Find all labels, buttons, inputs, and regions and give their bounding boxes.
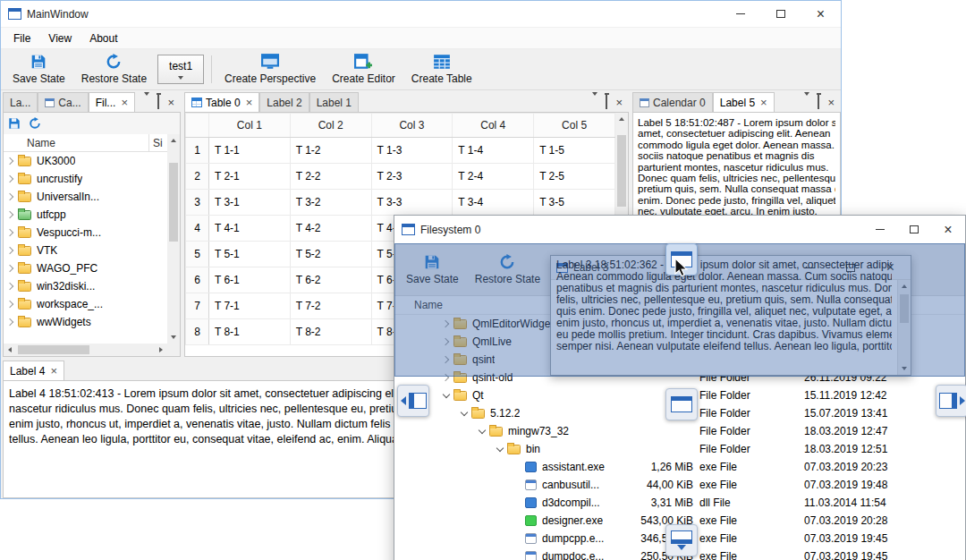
name-column-header[interactable]: Name <box>4 134 149 151</box>
row-number[interactable]: 7 <box>186 293 209 319</box>
scrollbar-thumb[interactable] <box>18 345 89 354</box>
menu-item-view[interactable]: View <box>39 28 80 48</box>
column-header[interactable]: Col 1 <box>208 114 290 138</box>
maximize-button[interactable] <box>760 1 801 27</box>
chevron-right-icon[interactable] <box>4 194 18 199</box>
size-column-header[interactable]: Si <box>149 137 167 149</box>
tree-item[interactable]: WAGO_PFC <box>4 259 167 277</box>
filesystem-titlebar[interactable]: Filesystem 0 × <box>394 216 965 244</box>
row-number[interactable]: 4 <box>186 216 209 242</box>
tree-item[interactable]: Vespucci-m... <box>4 224 167 242</box>
tab-list-menu-button[interactable] <box>592 96 597 108</box>
table-cell[interactable]: T 7-2 <box>290 293 371 319</box>
table-cell[interactable]: T 8-1 <box>208 319 290 345</box>
chevron-icon[interactable] <box>439 394 453 397</box>
tab-close-icon[interactable]: × <box>121 96 128 109</box>
left-dock-tab-2[interactable]: Fil...× <box>89 92 135 112</box>
table-cell[interactable]: T 1-5 <box>534 138 615 164</box>
tree-item[interactable]: VTK <box>4 242 167 259</box>
column-header[interactable]: Col 2 <box>290 114 371 138</box>
tab-close-icon[interactable]: × <box>246 96 253 109</box>
table-cell[interactable]: T 5-2 <box>290 242 371 267</box>
table-cell[interactable]: T 6-2 <box>290 267 371 293</box>
table-cell[interactable]: T 4-2 <box>290 216 371 242</box>
table-cell[interactable]: T 3-3 <box>371 190 453 216</box>
restore-state-button[interactable]: Restore State <box>73 51 155 88</box>
table-cell[interactable]: T 7-1 <box>208 293 290 319</box>
tree-item[interactable]: utfcpp <box>4 206 167 224</box>
row-number[interactable]: 3 <box>186 190 209 216</box>
close-dock-button[interactable]: × <box>827 97 835 108</box>
horizontal-scrollbar[interactable] <box>4 344 167 356</box>
chevron-right-icon[interactable] <box>4 248 18 253</box>
tree-item[interactable]: workspace_... <box>4 295 167 313</box>
close-button[interactable]: × <box>801 1 841 27</box>
table-cell[interactable]: T 2-1 <box>208 164 290 190</box>
undock-button[interactable] <box>157 96 159 108</box>
drop-indicator-bottom[interactable] <box>665 524 698 556</box>
row-number[interactable]: 5 <box>186 242 209 267</box>
drop-indicator-left[interactable] <box>397 385 429 417</box>
close-dock-button[interactable]: × <box>615 97 623 108</box>
table-cell[interactable]: T 1-3 <box>371 138 453 164</box>
table-cell[interactable]: T 4-1 <box>208 216 290 242</box>
table-cell[interactable]: T 3-2 <box>290 190 371 216</box>
tree-item[interactable]: win32diski... <box>4 277 167 295</box>
maximize-button[interactable] <box>897 216 931 243</box>
create-editor-button[interactable]: Create Editor <box>324 51 403 88</box>
tab-list-menu-button[interactable] <box>144 96 149 108</box>
scroll-up-button[interactable] <box>167 134 180 147</box>
chevron-icon[interactable] <box>475 429 489 433</box>
file-row[interactable]: binFile Folder18.03.2019 12:51 <box>394 440 965 458</box>
create-perspective-button[interactable]: Create Perspective <box>216 51 324 88</box>
table-cell[interactable]: T 2-2 <box>290 164 371 190</box>
tree-column-headers[interactable]: Name Si <box>4 134 167 152</box>
chevron-right-icon[interactable] <box>4 284 18 289</box>
close-button[interactable]: × <box>931 216 965 243</box>
scroll-left-button[interactable] <box>4 344 16 356</box>
create-table-button[interactable]: Create Table <box>403 51 480 88</box>
chevron-icon[interactable] <box>493 447 507 451</box>
scroll-up-button[interactable] <box>615 113 628 125</box>
table-cell[interactable]: T 1-2 <box>290 138 371 164</box>
column-header[interactable]: Col 3 <box>371 114 453 138</box>
file-row[interactable]: d3dcompil...3,31 MiBdll File11.03.2014 1… <box>394 494 965 512</box>
table-cell[interactable]: T 3-4 <box>453 190 534 216</box>
center-dock-tab-1[interactable]: Label 2 <box>259 92 309 112</box>
table-cell[interactable]: T 1-4 <box>453 138 534 164</box>
scrollbar-thumb[interactable] <box>617 135 626 207</box>
column-header[interactable]: Col 5 <box>534 114 615 138</box>
save-state-button[interactable]: Save State <box>4 51 73 88</box>
undock-button[interactable] <box>818 96 819 108</box>
chevron-right-icon[interactable] <box>4 319 18 325</box>
tree-item[interactable]: uncrustify <box>4 170 167 188</box>
drop-indicator-right[interactable] <box>936 385 966 417</box>
left-dock-tab-1[interactable]: Ca... <box>38 92 88 112</box>
chevron-right-icon[interactable] <box>4 212 18 217</box>
minimize-button[interactable] <box>720 1 760 27</box>
table-cell[interactable]: T 2-4 <box>453 164 534 190</box>
undock-button[interactable] <box>606 96 607 108</box>
tab-list-menu-button[interactable] <box>804 96 809 108</box>
minimize-button[interactable] <box>863 216 897 243</box>
table-cell[interactable]: T 8-2 <box>290 319 371 345</box>
menu-item-about[interactable]: About <box>80 28 126 48</box>
drop-indicator-center[interactable] <box>665 388 698 420</box>
table-cell[interactable]: T 2-3 <box>371 164 453 190</box>
chevron-right-icon[interactable] <box>4 301 18 307</box>
table-cell[interactable]: T 2-5 <box>534 164 615 190</box>
right-dock-tab-0[interactable]: Calendar 0 <box>632 92 713 112</box>
tree-item[interactable]: UK3000 <box>4 152 167 170</box>
row-number[interactable]: 1 <box>186 138 209 164</box>
chevron-right-icon[interactable] <box>4 230 18 235</box>
menu-item-file[interactable]: File <box>4 28 39 48</box>
chevron-right-icon[interactable] <box>4 176 18 182</box>
file-row[interactable]: assistant.exe1,26 MiBexe File07.03.2019 … <box>394 458 965 476</box>
vertical-scrollbar[interactable] <box>167 134 180 344</box>
close-dock-button[interactable]: × <box>167 97 174 108</box>
left-dock-tab-0[interactable]: La... <box>3 92 38 112</box>
chevron-icon[interactable] <box>457 412 471 415</box>
row-number[interactable]: 2 <box>186 164 209 190</box>
row-number[interactable]: 8 <box>186 319 209 345</box>
right-dock-tab-1[interactable]: Label 5× <box>713 92 775 112</box>
